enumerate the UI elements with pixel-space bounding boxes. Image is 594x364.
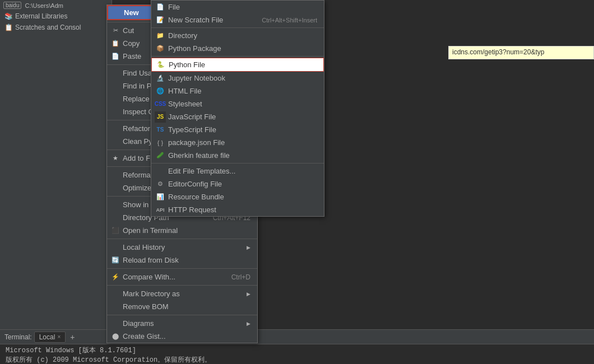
menu-item-diagrams[interactable]: Diagrams: [107, 317, 257, 330]
submenu-separator-3: [151, 163, 324, 164]
python-file-icon: 🐍: [155, 59, 166, 71]
css-icon: CSS: [155, 99, 166, 110]
submenu-item-python-package[interactable]: 📦 Python Package: [151, 42, 324, 55]
compare-icon: ⚡: [110, 272, 120, 282]
submenu-item-resource-bundle[interactable]: 📊 Resource Bundle: [151, 190, 324, 203]
terminal-tab-row: Terminal: Local × +: [0, 330, 594, 344]
menu-item-create-gist[interactable]: ⬤ Create Gist...: [107, 330, 257, 343]
submenu-item-gherkin[interactable]: 🥒 Gherkin feature file: [151, 149, 324, 162]
submenu-item-typescript[interactable]: TS TypeScript File: [151, 123, 324, 136]
submenu-item-javascript[interactable]: JS JavaScript File: [151, 110, 324, 123]
menu-item-compare-with[interactable]: ⚡ Compare With... Ctrl+D: [107, 270, 257, 283]
submenu-item-jupyter[interactable]: 🔬 Jupyter Notebook: [151, 72, 324, 85]
scratch-icon: 📝: [155, 15, 166, 26]
menu-item-remove-bom[interactable]: Remove BOM: [107, 300, 257, 313]
submenu-separator-2: [151, 56, 324, 57]
ide-background: baidu C:\Users\Adm 📚 External Libraries …: [0, 0, 594, 364]
submenu-separator-1: [151, 27, 324, 28]
submenu-item-stylesheet[interactable]: CSS Stylesheet: [151, 97, 324, 110]
baidu-badge: baidu: [3, 2, 21, 9]
menu-item-mark-directory-as[interactable]: Mark Directory as: [107, 287, 257, 300]
menu-item-local-history[interactable]: Local History: [107, 241, 257, 254]
editorconfig-icon: ⚙: [155, 179, 166, 190]
submenu-item-html[interactable]: 🌐 HTML File: [151, 85, 324, 97]
close-terminal-tab-button[interactable]: ×: [57, 334, 61, 340]
resource-bundle-icon: 📊: [155, 192, 166, 203]
html-icon: 🌐: [155, 86, 166, 97]
js-icon: JS: [155, 111, 166, 123]
github-icon: ⬤: [110, 332, 120, 342]
ts-icon: TS: [155, 124, 166, 136]
add-terminal-button[interactable]: +: [68, 333, 77, 342]
submenu-item-edit-templates[interactable]: Edit File Templates...: [151, 165, 324, 178]
favorites-icon: ★: [110, 153, 120, 164]
gherkin-icon: 🥒: [155, 150, 166, 161]
python-package-icon: 📦: [155, 43, 166, 54]
paste-icon: 📄: [110, 52, 120, 62]
directory-icon: 📁: [155, 30, 166, 41]
menu-separator-8: [107, 268, 257, 269]
external-libraries-icon: 📚: [4, 12, 13, 20]
submenu-item-python-file[interactable]: 🐍 Python File: [151, 58, 324, 72]
sidebar-item-scratches[interactable]: 📋 Scratches and Consol: [0, 22, 112, 33]
menu-separator-7: [107, 239, 257, 239]
terminal-icon: ⬛: [110, 226, 120, 236]
sidebar: baidu C:\Users\Adm 📚 External Libraries …: [0, 0, 112, 330]
submenu-item-new-scratch[interactable]: 📝 New Scratch File Ctrl+Alt+Shift+Insert: [151, 13, 324, 26]
cut-icon: ✂: [110, 26, 120, 36]
http-icon: API: [155, 204, 166, 216]
editor-url-bar: icdns.com/getip3?num=20&typ: [448, 46, 594, 59]
menu-separator-9: [107, 285, 257, 286]
terminal-label: Terminal:: [4, 333, 32, 341]
sidebar-item-external-libraries[interactable]: 📚 External Libraries: [0, 11, 112, 22]
terminal-tab-local[interactable]: Local ×: [34, 332, 66, 343]
scratches-icon: 📋: [4, 24, 13, 31]
new-scratch-shortcut: Ctrl+Alt+Shift+Insert: [262, 17, 317, 24]
file-icon: 📄: [155, 2, 166, 13]
baidu-path: C:\Users\Adm: [25, 2, 63, 9]
menu-item-open-in-terminal[interactable]: ⬛ Open in Terminal: [107, 224, 257, 237]
submenu-new: 📄 File 📝 New Scratch File Ctrl+Alt+Shift…: [151, 0, 324, 217]
terminal-content: Microsoft Windows [版本 8.1.7601] 版权所有 (c)…: [0, 344, 594, 364]
jupyter-icon: 🔬: [155, 73, 166, 84]
copy-icon: 📋: [110, 39, 120, 49]
submenu-item-file[interactable]: 📄 File: [151, 1, 324, 13]
menu-item-reload-from-disk[interactable]: 🔄 Reload from Disk: [107, 254, 257, 267]
submenu-item-package-json[interactable]: { } package.json File: [151, 136, 324, 149]
menu-separator-10: [107, 315, 257, 315]
submenu-item-directory[interactable]: 📁 Directory: [151, 29, 324, 42]
submenu-item-editorconfig[interactable]: ⚙ EditorConfig File: [151, 178, 324, 190]
terminal-bar: Terminal: Local × + Microsoft Windows [版…: [0, 329, 594, 364]
sidebar-item-baidu[interactable]: baidu C:\Users\Adm: [0, 0, 112, 11]
submenu-item-http-request[interactable]: API HTTP Request: [151, 203, 324, 216]
package-json-icon: { }: [155, 137, 166, 148]
reload-icon: 🔄: [110, 255, 120, 265]
